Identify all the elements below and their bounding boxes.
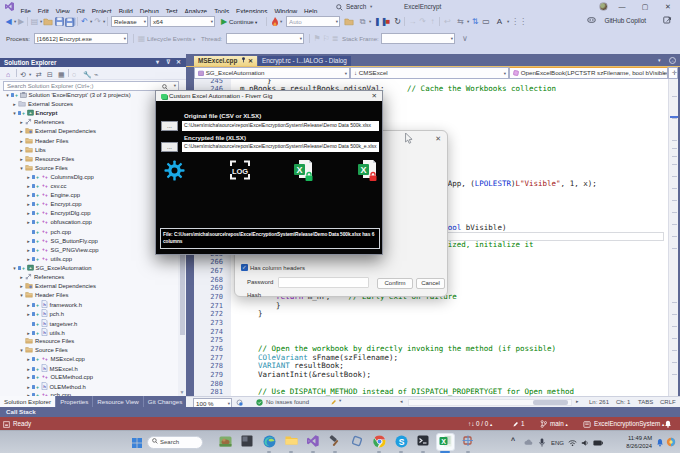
se-toolbar-icon[interactable]: ⊟ (47, 68, 53, 81)
taskbar-app-photo-icon[interactable] (218, 435, 232, 449)
volume-icon[interactable] (581, 439, 589, 447)
language-indicator[interactable]: ENG (551, 440, 564, 446)
open-folder-icon[interactable] (43, 15, 53, 28)
close-panel-icon[interactable]: ✕ (176, 58, 181, 67)
folder2-icon[interactable] (344, 15, 354, 28)
tree-item-olemethod-h[interactable]: ▸+hOLEMethod.h (0, 382, 178, 391)
tree-item-encrypt-cpp[interactable]: ▸+++Encrypt.cpp (0, 200, 178, 209)
taskbar-app-edge-icon[interactable] (262, 435, 276, 449)
tree-item-utils-h[interactable]: ▸+hutils.h (0, 328, 178, 337)
tree-item-msexcel-h[interactable]: ▸+hMSExcel.h (0, 364, 178, 373)
pending-edits-icon[interactable] (512, 421, 519, 428)
tree-item-resource-files[interactable]: Resource Files (0, 337, 178, 346)
tree-item-obfuscation-cpp[interactable]: ▸+++obfuscation.cpp (0, 218, 178, 227)
list-icon[interactable]: ≣ (331, 32, 339, 45)
solution-explorer-search[interactable]: Search Solution Explorer (Ctrl+;) ▾ (3, 81, 179, 91)
taskbar-app-terminal-icon[interactable] (416, 435, 430, 449)
pin-icon[interactable] (241, 57, 246, 63)
expand-arrow-icon[interactable]: ▸ (25, 373, 32, 382)
notifications-bell-icon[interactable] (664, 420, 672, 428)
tree-item-columnsdlg-cpp[interactable]: ▸+++ColumnsDlg.cpp (0, 173, 178, 182)
column-indicator[interactable]: Ch: 1 (616, 397, 630, 407)
user-avatar[interactable] (599, 2, 608, 11)
tree-item-header-files[interactable]: ▾Header Files (0, 291, 178, 300)
redo-icon[interactable]: ↷ (93, 15, 102, 28)
taskbar-search-box[interactable]: Search (147, 436, 203, 449)
expand-arrow-icon[interactable]: ▸ (25, 237, 32, 246)
expand-arrow-icon[interactable]: ▸ (25, 255, 32, 264)
expand-arrow-icon[interactable]: ▸ (18, 273, 25, 282)
tree-item-sg-buttonfly-cpp[interactable]: ▸+++SG_ButtonFly.cpp (0, 237, 178, 246)
tree-item-pch-cpp[interactable]: +++pch.cpp (0, 228, 178, 237)
undo2-icon[interactable]: ↩ (443, 15, 452, 28)
configuration-combo[interactable]: Release▾ (111, 16, 148, 27)
promote-tab-icon[interactable]: ◦ (669, 57, 676, 64)
expand-arrow-icon[interactable]: ▸ (25, 246, 32, 255)
tree-item-engine-cpp[interactable]: ▸+++Engine.cpp (0, 191, 178, 200)
se-toolbar-icon[interactable]: ⌁ (94, 68, 98, 81)
taskbar-app-paint-icon[interactable] (240, 435, 254, 449)
tree-item-source-files[interactable]: ▾Source Files (0, 164, 178, 173)
taskbar-app-explorer-icon[interactable] (284, 435, 298, 449)
tab-msexcel-cpp[interactable]: MSExcel.cpp ✕ (194, 56, 257, 66)
expand-arrow-icon[interactable]: ▸ (25, 218, 32, 227)
expand-arrow-icon[interactable]: ▸ (25, 191, 32, 200)
break-all-icon[interactable]: ❚❚ (374, 15, 382, 28)
confirm-button[interactable]: Confirm (377, 278, 413, 289)
project-dropdown[interactable]: SG_ExcelAutomation▾ (194, 67, 350, 79)
flag2-icon[interactable]: ⚐ (322, 32, 330, 45)
collapse-arrow-icon[interactable]: ▾ (11, 109, 18, 118)
new-file-icon[interactable]: ▤ (30, 15, 39, 28)
collapse-arrow-icon[interactable]: ▾ (18, 164, 25, 173)
collapse-arrow-icon[interactable]: ▾ (18, 291, 25, 300)
settings-gear-icon[interactable] (164, 160, 185, 181)
expand-arrow-icon[interactable]: ▸ (25, 173, 32, 182)
tree-item-solution-excelencrypt-3-of-3-projects[interactable]: ▾+Solution 'ExcelEncrypt' (3 of 3 projec… (0, 92, 178, 100)
tree-item-pch-h[interactable]: ▸+hpch.h (0, 309, 178, 318)
tree-item-libs[interactable]: ▸Libs (0, 146, 178, 155)
step-over-icon[interactable]: ↷ (418, 15, 427, 28)
expand-arrow-icon[interactable]: ▸ (18, 282, 25, 291)
collapse-arrow-icon[interactable]: ▾ (18, 346, 25, 355)
se-toolbar-icon[interactable]: 🔧 (83, 68, 92, 81)
window-position-icon[interactable]: ▾ (156, 58, 159, 67)
sync-icon[interactable]: ⇅ (470, 15, 480, 28)
horizontal-scrollbar[interactable] (408, 399, 572, 406)
expand-arrow-icon[interactable]: ▸ (25, 209, 32, 218)
dropdown-caret-icon[interactable]: ▾ (40, 15, 42, 28)
taskbar-app-obs-icon[interactable] (350, 435, 364, 449)
tree-item-encrypt[interactable]: ▾++Encrypt (0, 109, 178, 118)
has-column-headers-checkbox[interactable]: ✓ (241, 264, 248, 271)
excel-encrypt-icon[interactable]: X (293, 159, 313, 181)
tree-item-references[interactable]: ▸References (0, 273, 178, 282)
taskbar-app-vs-icon[interactable] (306, 435, 320, 449)
dropdown-caret-icon[interactable]: ▾ (467, 15, 469, 28)
stackframe-combo[interactable]: ▾ (381, 33, 455, 44)
scrollbar-thumb[interactable] (180, 252, 185, 335)
taskbar-app-hammer-icon[interactable] (328, 435, 342, 449)
tree-item-sg-pngview-cpp[interactable]: ▸+++SG_PNGView.cpp (0, 246, 178, 255)
health-message[interactable]: No issues found (266, 397, 309, 407)
nav-forward-icon[interactable]: ▶ (17, 15, 25, 28)
pin-icon[interactable]: ⊽ (166, 58, 170, 67)
tree-item-header-files[interactable]: ▸Header Files (0, 137, 178, 146)
dropdown-caret-icon[interactable]: ▾ (280, 15, 282, 28)
tabs-indicator[interactable]: TABS (638, 397, 653, 407)
tree-item-olemethod-cpp[interactable]: ▸+++OLEMethod.cpp (0, 373, 178, 382)
log-icon[interactable]: LOG (230, 160, 250, 180)
collapse-arrow-icon[interactable]: ▾ (4, 92, 11, 100)
expand-arrow-icon[interactable]: ▸ (25, 182, 32, 191)
expand-arrow-icon[interactable]: ▸ (18, 155, 25, 164)
start-button-icon[interactable] (132, 438, 142, 448)
save-all-icon[interactable] (65, 15, 76, 28)
tree-item-csv-cc[interactable]: ▸+++csv.cc (0, 182, 178, 191)
line-indicator[interactable]: Ln: 261 (589, 397, 609, 407)
tree-item-framework-h[interactable]: ▸+hframework.h (0, 300, 178, 309)
thread-combo[interactable]: ▾ (226, 33, 304, 44)
tree-item-encryptdlg-cpp[interactable]: ▸+++EncryptDlg.cpp (0, 209, 178, 218)
expand-arrow-icon[interactable]: ▸ (11, 100, 18, 109)
se-toolbar-icon[interactable]: ⟲ (20, 68, 26, 81)
sync-arrows-icon[interactable]: ↑↓ 0 / 0 ▴ (468, 417, 492, 430)
continue-icon[interactable]: ▶ (220, 15, 228, 28)
dropdown-caret-icon[interactable]: ▾ (103, 15, 105, 28)
